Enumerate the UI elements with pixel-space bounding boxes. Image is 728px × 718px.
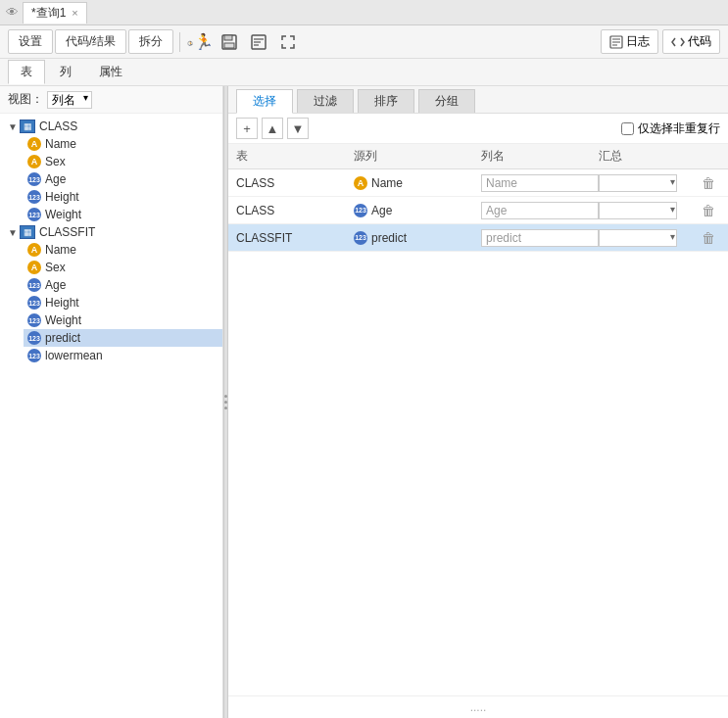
query-tab-select[interactable]: 选择 — [236, 89, 293, 114]
run-button[interactable]: 🏃 🏃 — [186, 30, 214, 54]
move-up-button[interactable]: ▲ — [262, 118, 283, 139]
colname-input-predict[interactable] — [481, 229, 599, 247]
view-select[interactable]: 列名 — [47, 91, 92, 109]
tree-item-name: Weight — [45, 313, 81, 327]
expand-button[interactable] — [274, 30, 302, 54]
alpha-icon: A — [27, 137, 41, 151]
src-col-predict: predict — [371, 231, 407, 245]
src-col-name: Name — [371, 176, 403, 190]
col-header-del — [697, 148, 720, 165]
delete-row-button[interactable]: 🗑 — [702, 203, 715, 218]
tree-item-class-sex[interactable]: A Sex — [24, 153, 222, 170]
tree-item-class-weight[interactable]: 123 Weight — [24, 206, 222, 223]
qr-table-class: CLASS — [236, 176, 354, 190]
main-container: 视图： 列名 ▼ CLASS A Name — [0, 86, 728, 718]
toolbar-right: 日志 代码 — [601, 29, 720, 54]
qr-colname-name — [481, 174, 599, 192]
qr-summary-wrap: ▾ — [599, 229, 697, 247]
qr-summary-wrap: ▾ — [599, 174, 697, 192]
tree-group-classfit-header[interactable]: ▼ CLASSFIT — [0, 223, 222, 241]
cancel-icon — [251, 34, 267, 50]
alpha-icon: A — [354, 176, 367, 190]
query-tab-sort[interactable]: 排序 — [358, 89, 414, 113]
qr-src-age: 123 Age — [354, 204, 481, 217]
expand-icon — [280, 34, 296, 50]
colname-input-age[interactable] — [481, 202, 599, 219]
col-header-table: 表 — [236, 148, 354, 165]
cancel-button[interactable] — [245, 30, 272, 54]
qr-del-age: 🗑 — [697, 203, 720, 218]
save-button[interactable] — [216, 30, 243, 54]
qr-summary-wrap: ▾ — [599, 202, 697, 219]
tree-item-name: Sex — [45, 261, 66, 274]
log-icon — [609, 35, 623, 49]
tree-item-classfit-height[interactable]: 123 Height — [24, 294, 222, 311]
query-row: CLASS A Name ▾ 🗑 — [228, 169, 728, 197]
tree-item-classfit-sex[interactable]: A Sex — [24, 259, 222, 276]
svg-rect-3 — [224, 35, 232, 40]
close-tab-button[interactable]: × — [72, 7, 77, 19]
qr-table-class2: CLASS — [236, 204, 354, 217]
title-tab[interactable]: *查询1 × — [23, 2, 87, 24]
splitter-dot — [224, 401, 227, 404]
code-result-button[interactable]: 代码/结果 — [55, 29, 126, 54]
tree-item-classfit-weight[interactable]: 123 Weight — [24, 311, 222, 329]
tree-item-class-age[interactable]: 123 Age — [24, 170, 222, 188]
tree-item-name: Age — [45, 278, 66, 292]
summary-input-predict[interactable] — [599, 229, 677, 247]
summary-input-age[interactable] — [599, 202, 677, 219]
tree-item-classfit-predict[interactable]: 123 predict — [24, 329, 222, 347]
tree-item-class-name[interactable]: A Name — [24, 135, 222, 153]
tab-column[interactable]: 列 — [47, 60, 84, 84]
query-rows: CLASS A Name ▾ 🗑 — [228, 169, 728, 695]
move-down-button[interactable]: ▼ — [287, 118, 309, 139]
save-icon — [221, 34, 237, 50]
qr-summary-name: ▾ — [599, 174, 697, 192]
splitter-dots — [224, 86, 227, 718]
src-col-age: Age — [371, 204, 392, 217]
tree-item-class-height[interactable]: 123 Height — [24, 188, 222, 206]
query-tab-filter[interactable]: 过滤 — [297, 89, 354, 113]
col-header-colname: 列名 — [481, 148, 599, 165]
num-icon: 123 — [27, 172, 41, 186]
num-icon: 123 — [354, 204, 367, 217]
code-button[interactable]: 代码 — [662, 29, 720, 54]
tree-arrow-class: ▼ — [8, 121, 20, 132]
tab-property[interactable]: 属性 — [86, 60, 135, 84]
qr-del-predict: 🗑 — [697, 230, 720, 246]
log-button[interactable]: 日志 — [601, 29, 658, 54]
summary-input-name[interactable] — [599, 174, 677, 192]
qr-src-predict: 123 predict — [354, 231, 481, 245]
tree-item-classfit-name[interactable]: A Name — [24, 241, 222, 259]
tree-item-name: Name — [45, 243, 76, 257]
no-dup-checkbox[interactable] — [621, 122, 634, 135]
add-row-button[interactable]: + — [236, 118, 258, 139]
tree-item-classfit-lowermean[interactable]: 123 lowermean — [24, 347, 222, 364]
table-icon-classfit — [20, 225, 35, 239]
toolbar-separator — [179, 32, 180, 52]
query-toolbar: + ▲ ▼ 仅选择非重复行 — [228, 114, 728, 144]
qr-summary-predict: ▾ — [599, 229, 697, 247]
eye-icon: 👁 — [6, 5, 19, 20]
settings-button[interactable]: 设置 — [8, 29, 53, 54]
delete-row-button[interactable]: 🗑 — [702, 175, 715, 191]
alpha-icon: A — [27, 243, 41, 257]
run-icon: 🏃 — [186, 33, 194, 51]
tree-group-class: ▼ CLASS A Name A Sex 123 Age — [0, 118, 222, 223]
alpha-icon: A — [27, 261, 41, 274]
table-icon-class — [20, 120, 35, 133]
tree-item-classfit-age[interactable]: 123 Age — [24, 276, 222, 294]
col-header-src: 源列 — [354, 148, 481, 165]
query-tab-group[interactable]: 分组 — [418, 89, 475, 113]
log-label: 日志 — [626, 33, 650, 50]
tab-table[interactable]: 表 — [8, 60, 45, 84]
tree-arrow-classfit: ▼ — [8, 227, 20, 238]
delete-row-button[interactable]: 🗑 — [702, 230, 715, 246]
qr-del-name: 🗑 — [697, 175, 720, 191]
num-icon: 123 — [27, 208, 41, 221]
tree-group-class-header[interactable]: ▼ CLASS — [0, 118, 222, 135]
split-button[interactable]: 拆分 — [128, 29, 173, 54]
no-dup-checkbox-container: 仅选择非重复行 — [621, 120, 720, 137]
colname-input-name[interactable] — [481, 174, 599, 192]
num-icon: 123 — [27, 296, 41, 310]
